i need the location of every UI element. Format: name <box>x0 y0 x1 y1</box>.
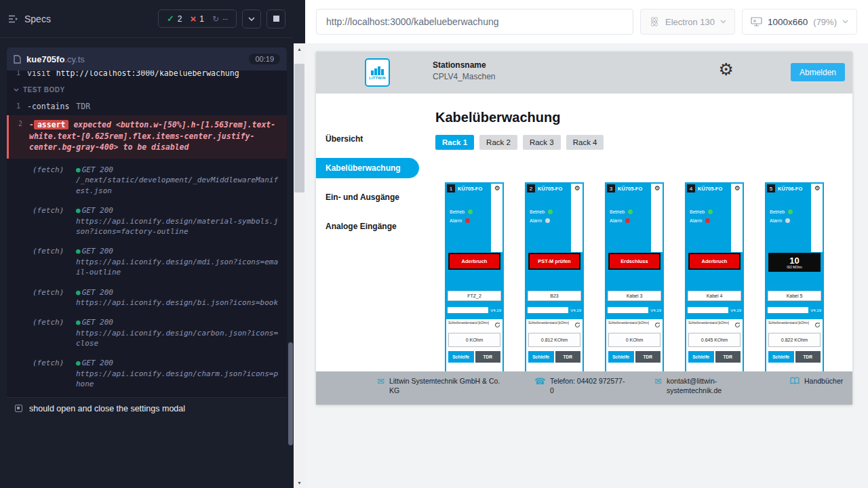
sidebar-item-label: Kabelüberwachung <box>326 163 401 173</box>
card-settings-icon[interactable]: ⚙ <box>814 185 821 192</box>
refresh-icon[interactable] <box>814 322 821 328</box>
collapse-button[interactable] <box>242 9 261 28</box>
fetch-body: ●GET 200 /_next/static/development/_devM… <box>76 165 280 196</box>
app-footer: ✉ Littwin Systemtechnik GmbH & Co. KG ☎ … <box>316 371 852 405</box>
card-buttons: Schleife TDR <box>608 351 660 363</box>
browser-select[interactable]: Electron 130 <box>640 9 735 35</box>
schleife-button[interactable]: Schleife <box>528 351 554 363</box>
card-side-panel <box>651 184 663 252</box>
visit-command-row[interactable]: 1 visit http://localhost:3000/kabelueber… <box>7 70 287 81</box>
schleife-button[interactable]: Schleife <box>688 351 714 363</box>
phone-text: Telefon: 04402 972577-0 <box>550 377 626 395</box>
cable-name: FTZ_2 <box>448 291 501 301</box>
measurement-label: Schleifenwiderstand [kOhm] <box>608 321 649 325</box>
footer-email[interactable]: ✉ kontakt@littwin-systemtechnik.de <box>654 377 762 395</box>
specs-menu-button[interactable]: Specs <box>8 14 51 24</box>
status-badge: PST-M prüfen <box>528 253 580 270</box>
sidebar-item[interactable]: Kabelüberwachung <box>316 158 419 178</box>
tdr-button[interactable]: TDR <box>555 351 581 363</box>
betrieb-led <box>468 209 473 214</box>
contains-command-row[interactable]: 1 -contains TDR <box>7 99 287 114</box>
littwin-logo: LITTWIN <box>365 58 390 87</box>
rack-tabs: Rack 1 Rack 2 Rack 3 Rack 4 <box>435 135 852 150</box>
screen: Specs ✓2 ×1 ↻-- kue705fo.cy.ts 00:19 <box>0 0 868 488</box>
betrieb-label: Betrieb <box>690 209 705 214</box>
fetch-log-entry[interactable]: (fetch) ●GET 200 /_next/static/developme… <box>7 160 287 201</box>
card-settings-icon[interactable]: ⚙ <box>574 185 580 192</box>
status-dot: ● <box>76 359 81 367</box>
tdr-button[interactable]: TDR <box>635 351 661 363</box>
version-label: V4.19 <box>490 308 501 312</box>
viewport-select[interactable]: 1000x660 (79%) <box>742 9 857 35</box>
status-text: 10 <box>770 254 819 266</box>
refresh-icon[interactable] <box>734 322 741 328</box>
aut-toolbar: Electron 130 1000x660 (79%) <box>305 0 868 43</box>
sidebar-item[interactable]: Ein- und Ausgänge <box>316 187 419 207</box>
footer-manuals-link[interactable]: Handbücher <box>790 377 843 386</box>
rack-tab[interactable]: Rack 4 <box>566 135 604 150</box>
logout-button[interactable]: Abmelden <box>791 63 845 81</box>
tdr-button[interactable]: TDR <box>715 351 741 363</box>
schleife-button[interactable]: Schleife <box>768 351 794 363</box>
next-test-row[interactable]: should open and close the settings modal <box>7 397 287 420</box>
viewport-icon <box>751 17 762 26</box>
spec-extension: .cy.ts <box>64 54 84 64</box>
scroll-up-arrow[interactable]: ▲ <box>294 43 305 54</box>
scrollbar-gap <box>294 0 305 43</box>
sidebar-item-label: Übersicht <box>326 134 363 144</box>
card-settings-icon[interactable]: ⚙ <box>494 185 500 192</box>
schleife-button[interactable]: Schleife <box>608 351 634 363</box>
cable-monitor-card: ⚙ 4 KÜ705-FO Betrieb <box>685 182 744 371</box>
refresh-icon[interactable] <box>654 322 660 328</box>
rack-tab[interactable]: Rack 3 <box>523 135 561 150</box>
stop-button[interactable] <box>267 9 285 28</box>
command-name: visit <box>27 70 51 78</box>
betrieb-led <box>548 209 553 214</box>
spec-header[interactable]: kue705fo.cy.ts 00:19 <box>7 47 287 70</box>
fetch-url: https://api.iconify.design/material-symb… <box>76 216 280 237</box>
sidebar-item[interactable]: Übersicht <box>316 129 419 149</box>
version-field <box>688 307 728 313</box>
aut-stage: Electron 130 1000x660 (79%) LITTWIN St <box>305 0 868 488</box>
fetch-log-entry[interactable]: (fetch) ●GET 200 https://api.iconify.des… <box>7 201 287 241</box>
alarm-led-row: Alarm <box>530 218 553 223</box>
measurement-section: Schleifenwiderstand [kOhm] 0 KOhm Schlei… <box>606 319 663 371</box>
card-side-panel <box>571 184 583 252</box>
measurement-label: Schleifenwiderstand [kOhm] <box>448 321 489 325</box>
version-label: V4.19 <box>810 308 821 312</box>
card-settings-icon[interactable]: ⚙ <box>654 185 660 192</box>
failed-assert-row[interactable]: 2 -assert expected <button.w-[50%].h-[1.… <box>7 115 287 159</box>
scrollbar[interactable]: ▲ ▼ <box>294 43 305 488</box>
scroll-down-arrow[interactable]: ▼ <box>294 477 305 488</box>
failed-stat: ×1 <box>190 14 203 24</box>
alarm-led <box>465 218 470 223</box>
fetch-log-entry[interactable]: (fetch) ●GET 200 https://api.iconify.des… <box>7 241 287 282</box>
url-input[interactable] <box>316 9 633 35</box>
runner-scrollbar-thumb[interactable] <box>288 342 293 445</box>
fetch-label: (fetch) <box>33 165 76 196</box>
tdr-button[interactable]: TDR <box>795 351 821 363</box>
test-body-section[interactable]: TEST BODY <box>7 81 287 99</box>
x-icon: × <box>190 16 196 22</box>
version-field <box>448 307 488 313</box>
status-dot: ● <box>76 206 81 215</box>
spec-timer: 00:19 <box>249 54 280 64</box>
scrollbar-thumb[interactable] <box>294 64 304 192</box>
fetch-log-entry[interactable]: (fetch) ●GET 200 https://api.iconify.des… <box>7 312 287 353</box>
refresh-icon[interactable] <box>574 322 580 328</box>
card-settings-icon[interactable]: ⚙ <box>734 185 741 192</box>
app-body: Übersicht Kabelüberwachung Ein- und Ausg… <box>316 94 852 371</box>
card-model: KÜ705-FO <box>458 186 482 192</box>
schleife-button[interactable]: Schleife <box>448 351 474 363</box>
fetch-log-entry[interactable]: (fetch) ●GET 200 https://api.iconify.des… <box>7 283 287 313</box>
rack-tab-label: Rack 3 <box>530 138 554 146</box>
settings-gear-icon[interactable]: ⚙ <box>719 61 734 78</box>
rack-tab[interactable]: Rack 1 <box>435 135 474 150</box>
rack-tab[interactable]: Rack 2 <box>479 135 517 150</box>
sidebar-item[interactable]: Analoge Eingänge <box>316 216 419 237</box>
fetch-log-entry[interactable]: (fetch) ●GET 200 https://api.iconify.des… <box>7 353 287 394</box>
refresh-icon[interactable] <box>494 322 500 328</box>
line-number: 2 <box>9 119 29 153</box>
tdr-button[interactable]: TDR <box>475 351 501 363</box>
scrollbar-track[interactable] <box>294 54 305 477</box>
